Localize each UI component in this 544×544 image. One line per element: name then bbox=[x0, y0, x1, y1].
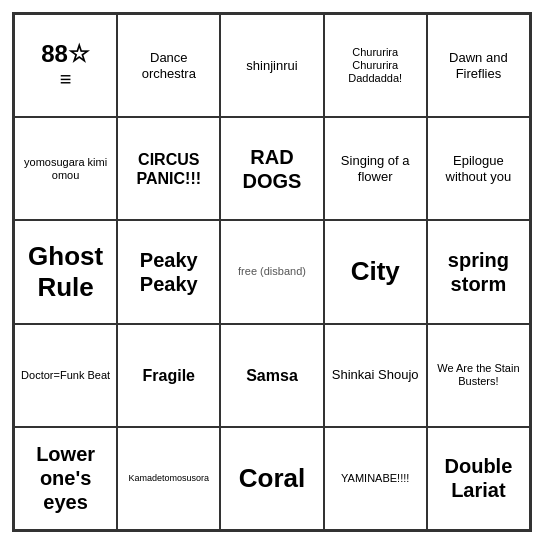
cell-r2c0[interactable]: Ghost Rule bbox=[14, 220, 117, 323]
cell-r4c2[interactable]: Coral bbox=[220, 427, 323, 530]
cell-text: Shinkai Shoujo bbox=[332, 367, 419, 383]
cell-r4c0[interactable]: Lower one's eyes bbox=[14, 427, 117, 530]
cell-text: Singing of a flower bbox=[329, 153, 422, 184]
cell-r2c2[interactable]: free (disband) bbox=[220, 220, 323, 323]
cell-r3c1[interactable]: Fragile bbox=[117, 324, 220, 427]
cell-r0c1[interactable]: Dance orchestra bbox=[117, 14, 220, 117]
cell-r3c4[interactable]: We Are the Stain Busters! bbox=[427, 324, 530, 427]
cell-text: spring storm bbox=[432, 248, 525, 296]
cell-text: Double Lariat bbox=[432, 454, 525, 502]
cell-r2c1[interactable]: Peaky Peaky bbox=[117, 220, 220, 323]
cell-r4c4[interactable]: Double Lariat bbox=[427, 427, 530, 530]
cell-r1c2[interactable]: RAD DOGS bbox=[220, 117, 323, 220]
cell-r1c0[interactable]: yomosugara kimi omou bbox=[14, 117, 117, 220]
cell-text: yomosugara kimi omou bbox=[19, 156, 112, 182]
cell-r4c1[interactable]: Kamadetomosusora bbox=[117, 427, 220, 530]
cell-text: Dawn and Fireflies bbox=[432, 50, 525, 81]
cell-icon: ≡ bbox=[60, 68, 72, 90]
bingo-board: 88☆ ≡ Dance orchestrashinjinruiChururira… bbox=[12, 12, 532, 532]
cell-text: Fragile bbox=[143, 366, 195, 385]
cell-text: Samsa bbox=[246, 366, 298, 385]
cell-text: Doctor=Funk Beat bbox=[21, 369, 110, 382]
cell-text: CIRCUS PANIC!!! bbox=[122, 150, 215, 188]
cell-r1c3[interactable]: Singing of a flower bbox=[324, 117, 427, 220]
cell-text: Dance orchestra bbox=[122, 50, 215, 81]
cell-text: City bbox=[351, 256, 400, 287]
cell-r3c3[interactable]: Shinkai Shoujo bbox=[324, 324, 427, 427]
cell-text: Ghost Rule bbox=[19, 241, 112, 303]
cell-r0c3[interactable]: Chururira Chururira Daddadda! bbox=[324, 14, 427, 117]
cell-text: free (disband) bbox=[238, 265, 306, 278]
cell-text: shinjinrui bbox=[246, 58, 297, 74]
cell-r0c4[interactable]: Dawn and Fireflies bbox=[427, 14, 530, 117]
cell-text: RAD DOGS bbox=[225, 145, 318, 193]
cell-text: Peaky Peaky bbox=[122, 248, 215, 296]
cell-text: We Are the Stain Busters! bbox=[432, 362, 525, 388]
cell-text: Coral bbox=[239, 463, 305, 494]
cell-r3c2[interactable]: Samsa bbox=[220, 324, 323, 427]
cell-text: Lower one's eyes bbox=[19, 442, 112, 514]
cell-text: Epilogue without you bbox=[432, 153, 525, 184]
cell-r0c0[interactable]: 88☆ ≡ bbox=[14, 14, 117, 117]
cell-r4c3[interactable]: YAMINABE!!!! bbox=[324, 427, 427, 530]
cell-text: Chururira Chururira Daddadda! bbox=[329, 46, 422, 86]
cell-text: YAMINABE!!!! bbox=[341, 472, 409, 485]
cell-r2c3[interactable]: City bbox=[324, 220, 427, 323]
cell-r0c2[interactable]: shinjinrui bbox=[220, 14, 323, 117]
cell-number: 88☆ bbox=[41, 41, 90, 67]
cell-r1c4[interactable]: Epilogue without you bbox=[427, 117, 530, 220]
cell-r2c4[interactable]: spring storm bbox=[427, 220, 530, 323]
cell-text: Kamadetomosusora bbox=[129, 473, 210, 484]
cell-r1c1[interactable]: CIRCUS PANIC!!! bbox=[117, 117, 220, 220]
cell-r3c0[interactable]: Doctor=Funk Beat bbox=[14, 324, 117, 427]
